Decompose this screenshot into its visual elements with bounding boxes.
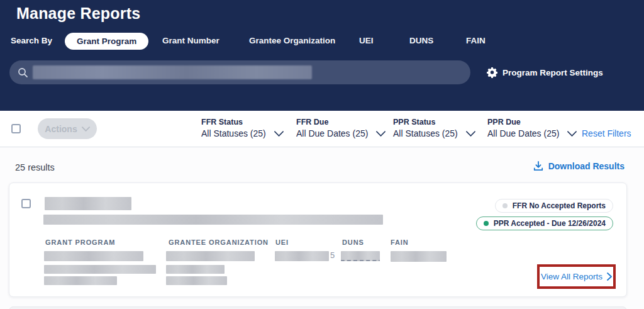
next-card-edge <box>9 306 627 309</box>
search-input[interactable] <box>9 60 470 84</box>
filter-ffr-due: FFR Due All Due Dates (25) <box>296 118 386 138</box>
filter-ppr-due-dropdown[interactable]: All Due Dates (25) <box>487 128 577 138</box>
filter-ffr-status: FFR Status All Statuses (25) <box>201 118 284 138</box>
redacted-grant-program-line3 <box>44 276 117 285</box>
redacted-grantee-org-line3 <box>166 276 227 285</box>
column-header-uei: UEI <box>275 239 289 246</box>
filter-value: All Due Dates (25) <box>296 128 368 138</box>
tab-duns[interactable]: DUNS <box>409 36 433 45</box>
tab-grant-number[interactable]: Grant Number <box>162 36 219 45</box>
redacted-uei-value <box>275 251 329 261</box>
chevron-down-icon <box>274 131 284 137</box>
actions-label: Actions <box>45 124 77 134</box>
chevron-down-icon <box>466 131 475 137</box>
redacted-grantee-org-value <box>166 251 255 261</box>
ppr-status-badge: PPR Accepted - Due 12/26/2024 <box>476 216 613 230</box>
filter-label: PPR Due <box>487 118 577 126</box>
tab-uei[interactable]: UEI <box>359 36 374 45</box>
filter-value: All Statuses (25) <box>393 128 458 138</box>
search-redacted-value <box>33 65 312 79</box>
filter-ppr-status: PPR Status All Statuses (25) <box>393 118 475 138</box>
column-header-duns: DUNS <box>342 239 364 246</box>
badge-label: FFR No Accepted Reports <box>513 201 606 210</box>
column-header-fain: FAIN <box>391 239 409 246</box>
filter-value: All Statuses (25) <box>201 128 266 138</box>
tab-fain[interactable]: FAIN <box>466 36 486 45</box>
view-all-label: View All Reports <box>541 272 602 281</box>
page-title: Manage Reports <box>16 4 140 23</box>
annotation-highlight-box: View All Reports <box>537 264 616 289</box>
view-all-reports-link[interactable]: View All Reports <box>541 272 612 281</box>
gear-icon <box>487 67 497 78</box>
filter-ppr-due: PPR Due All Due Dates (25) <box>487 118 577 138</box>
redacted-grantee-org-line2 <box>166 265 225 274</box>
chevron-down-icon <box>376 131 386 137</box>
filter-label: PPR Status <box>393 118 475 126</box>
actions-button[interactable]: Actions <box>38 118 97 139</box>
filter-ffr-status-dropdown[interactable]: All Statuses (25) <box>201 128 284 138</box>
reset-filters-link[interactable]: Reset Filters <box>582 128 631 138</box>
filter-ffr-due-dropdown[interactable]: All Due Dates (25) <box>296 128 386 138</box>
program-report-settings-button[interactable]: Program Report Settings <box>487 66 603 79</box>
column-header-grantee-organization: GRANTEE ORGANIZATION <box>169 239 269 246</box>
chevron-down-icon <box>82 126 90 132</box>
tab-grant-program[interactable]: Grant Program <box>65 33 148 50</box>
result-card: FFR No Accepted Reports PPR Accepted - D… <box>9 183 627 297</box>
settings-label: Program Report Settings <box>502 68 603 77</box>
search-icon <box>18 67 28 78</box>
status-dot-gray <box>502 203 508 208</box>
chevron-down-icon <box>567 131 577 137</box>
badge-label: PPR Accepted - Due 12/26/2024 <box>494 219 606 228</box>
tab-grantee-organization[interactable]: Grantee Organization <box>249 36 335 45</box>
redacted-fain-value <box>391 251 447 262</box>
redacted-grant-subtitle <box>43 215 383 225</box>
page-header: Manage Reports Search By Grant Program G… <box>0 0 644 111</box>
filter-label: FFR Status <box>201 118 284 126</box>
chevron-right-icon <box>607 272 612 281</box>
filter-label: FFR Due <box>296 118 386 126</box>
download-label: Download Results <box>548 161 625 171</box>
redacted-duns-value <box>341 251 380 261</box>
status-badges: FFR No Accepted Reports PPR Accepted - D… <box>476 199 613 230</box>
manage-reports-screen: Manage Reports Search By Grant Program G… <box>0 0 644 309</box>
filter-ppr-status-dropdown[interactable]: All Statuses (25) <box>393 128 475 138</box>
redacted-grant-program-line2 <box>44 265 156 274</box>
results-count: 25 results <box>15 162 55 172</box>
results-meta-row: 25 results Download Results <box>0 147 644 183</box>
status-dot-green <box>484 221 489 226</box>
ffr-status-badge: FFR No Accepted Reports <box>495 199 613 213</box>
filter-bar: Actions FFR Status All Statuses (25) FFR… <box>0 111 644 147</box>
result-checkbox[interactable] <box>21 199 31 208</box>
redacted-grant-title <box>45 197 131 210</box>
search-by-label: Search By <box>11 36 52 45</box>
redacted-grant-program-value <box>44 251 143 261</box>
select-all-checkbox[interactable] <box>11 124 21 133</box>
download-icon <box>533 161 543 171</box>
filter-value: All Due Dates (25) <box>487 128 559 138</box>
uei-value-remnant: 5 <box>330 250 335 260</box>
column-header-grant-program: GRANT PROGRAM <box>45 239 115 246</box>
download-results-link[interactable]: Download Results <box>533 161 625 171</box>
